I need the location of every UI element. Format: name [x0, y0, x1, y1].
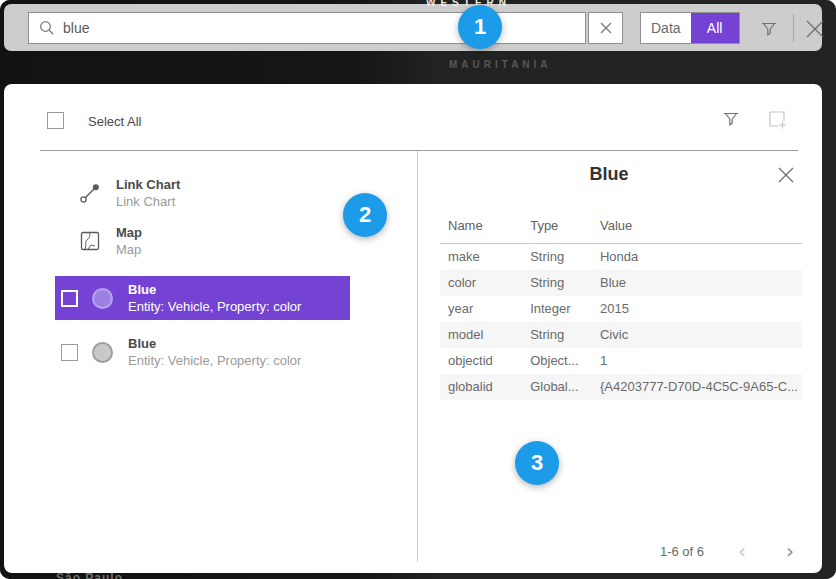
attr-name: make	[440, 244, 522, 270]
result-title: Map	[116, 224, 142, 241]
attr-name: globalid	[440, 374, 522, 400]
detail-close-icon[interactable]	[775, 164, 797, 186]
column-header-value: Value	[592, 212, 802, 244]
callout-badge-1: 1	[458, 5, 502, 49]
result-item-blue-selected[interactable]: Blue Entity: Vehicle, Property: color	[55, 276, 350, 320]
map-icon	[78, 227, 102, 255]
scope-toggle: Data All	[640, 12, 740, 44]
scope-option-data[interactable]: Data	[641, 13, 691, 43]
table-row: model String Civic	[440, 322, 802, 348]
toolbar-divider	[793, 14, 794, 42]
table-row: year Integer 2015	[440, 296, 802, 322]
attribute-table-header: Name Type Value	[440, 212, 802, 244]
table-row: globalid Global... {A4203777-D70D-4C5C-9…	[440, 374, 802, 400]
attribute-table: Name Type Value make String Honda color …	[440, 212, 802, 400]
select-all-label: Select All	[88, 114, 141, 129]
attr-type: Global...	[522, 374, 592, 400]
close-search-icon[interactable]	[802, 16, 828, 42]
clear-search-button[interactable]	[588, 12, 623, 44]
result-item-blue[interactable]: Blue Entity: Vehicle, Property: color	[55, 330, 350, 374]
attr-value: Blue	[592, 270, 802, 296]
search-results-panel: Select All Link Chart Link Chart	[4, 84, 822, 573]
map-label-mauritania: MAURITANIA	[449, 59, 552, 70]
attr-value: Civic	[592, 322, 802, 348]
result-subtitle: Entity: Vehicle, Property: color	[128, 352, 301, 369]
search-overlay-screen: MAURITANIA São Paulo WESTERN Data All 1 …	[0, 0, 836, 579]
attr-value: Honda	[592, 244, 802, 270]
attr-name: model	[440, 322, 522, 348]
select-all-checkbox[interactable]	[47, 112, 64, 129]
pagination-next-icon[interactable]: ›	[780, 543, 800, 559]
search-box	[28, 12, 586, 44]
results-filter-icon[interactable]	[718, 106, 744, 132]
attr-name: year	[440, 296, 522, 322]
column-header-name: Name	[440, 212, 522, 244]
scope-option-all[interactable]: All	[691, 13, 739, 43]
attr-value: 2015	[592, 296, 802, 322]
result-subtitle: Map	[116, 241, 142, 258]
header-divider	[40, 150, 798, 151]
result-title: Blue	[128, 281, 301, 298]
table-row: make String Honda	[440, 244, 802, 270]
search-toolbar: Data All	[4, 4, 822, 51]
result-item-link-chart[interactable]: Link Chart Link Chart	[55, 172, 350, 214]
detail-title: Blue	[418, 164, 800, 185]
table-row: color String Blue	[440, 270, 802, 296]
result-subtitle: Entity: Vehicle, Property: color	[128, 298, 301, 315]
result-subtitle: Link Chart	[116, 193, 180, 210]
results-header: Select All	[4, 84, 822, 150]
callout-badge-3: 3	[515, 441, 559, 485]
result-title: Link Chart	[116, 176, 180, 193]
pagination: 1-6 of 6 ‹ ›	[660, 543, 800, 559]
attr-type: String	[522, 244, 592, 270]
attr-type: String	[522, 322, 592, 348]
table-row: objectid Object... 1	[440, 348, 802, 374]
result-item-map[interactable]: Map Map	[55, 220, 350, 262]
result-checkbox[interactable]	[61, 344, 78, 361]
add-to-selection-icon[interactable]	[764, 106, 790, 132]
entity-property-icon	[90, 284, 114, 312]
search-icon	[39, 20, 55, 36]
result-title: Blue	[128, 335, 301, 352]
link-chart-icon	[78, 179, 102, 207]
attr-type: String	[522, 270, 592, 296]
pagination-prev-icon[interactable]: ‹	[732, 543, 752, 559]
entity-property-icon	[90, 338, 114, 366]
attr-value: 1	[592, 348, 802, 374]
attr-name: color	[440, 270, 522, 296]
pagination-range: 1-6 of 6	[660, 544, 704, 559]
column-header-type: Type	[522, 212, 592, 244]
result-checkbox[interactable]	[61, 290, 78, 307]
attr-type: Object...	[522, 348, 592, 374]
callout-badge-2: 2	[343, 193, 387, 237]
attr-name: objectid	[440, 348, 522, 374]
search-input[interactable]	[63, 20, 585, 36]
attr-type: Integer	[522, 296, 592, 322]
panel-vertical-divider	[417, 151, 418, 562]
filter-icon[interactable]	[756, 16, 782, 42]
attr-value: {A4203777-D70D-4C5C-9A65-C...	[592, 374, 802, 400]
